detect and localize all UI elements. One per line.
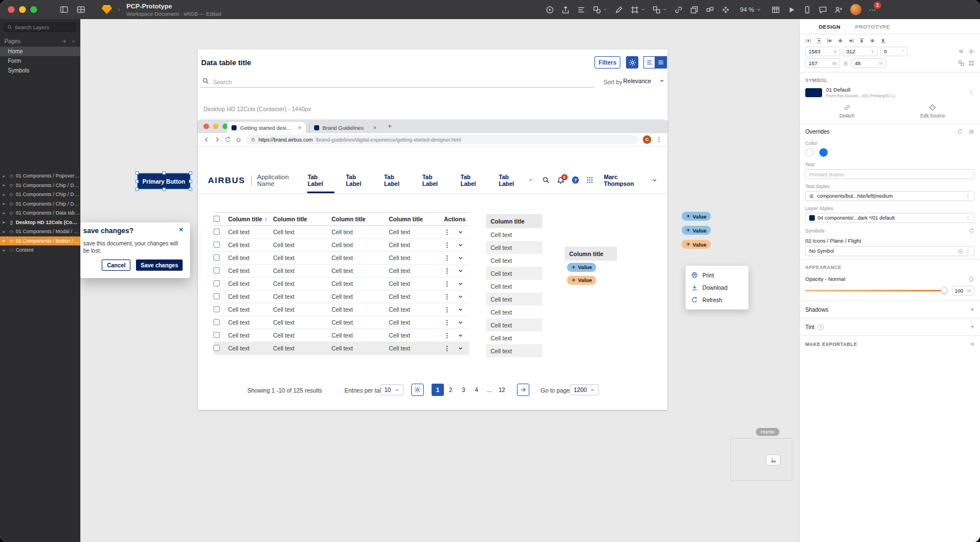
close-icon[interactable]: ×: [179, 225, 183, 234]
layer-item[interactable]: ▸◇01 Components / Data table /...: [0, 208, 80, 218]
toggle-sidebar-icon[interactable]: [60, 5, 69, 14]
sort-ascending-icon[interactable]: ↑: [265, 216, 267, 222]
chevron-down-icon[interactable]: [457, 229, 464, 235]
disclosure-icon[interactable]: ▸: [3, 248, 7, 253]
attach-button[interactable]: [706, 6, 714, 14]
nav-tab[interactable]: Tab Label: [384, 167, 411, 193]
layer-item[interactable]: ▸◇01 Components / Modal / Exa...: [0, 227, 80, 236]
dense-view-button[interactable]: [655, 56, 667, 69]
layer-item[interactable]: ▸◇01 Components / Button / Def...: [0, 236, 80, 246]
table-button[interactable]: [772, 6, 780, 14]
comment-button[interactable]: [819, 6, 827, 14]
disclosure-icon[interactable]: ▸: [3, 192, 7, 197]
table-settings-button[interactable]: [626, 56, 638, 69]
home-artboard-thumbnail[interactable]: [731, 438, 792, 481]
duplicate-button[interactable]: [690, 6, 698, 14]
apps-grid-icon[interactable]: [586, 176, 593, 184]
row-checkbox[interactable]: [214, 242, 220, 248]
edit-source-button[interactable]: Edit Source: [891, 104, 975, 119]
nav-tab[interactable]: Tab Label: [346, 167, 373, 193]
kebab-menu-icon[interactable]: ⋮: [444, 242, 450, 249]
help-icon[interactable]: ?: [572, 176, 579, 184]
browser-profile-avatar[interactable]: C: [643, 135, 651, 144]
reset-symbol-icon[interactable]: [969, 228, 974, 234]
next-page-button[interactable]: [517, 384, 529, 396]
page-button[interactable]: 1: [432, 384, 444, 396]
save-changes-button[interactable]: Save changes: [136, 259, 183, 271]
primary-button[interactable]: Primary Button: [138, 174, 190, 189]
layer-item[interactable]: ▸◇01 Components / Chip / Defau...: [0, 190, 80, 199]
draw-button[interactable]: [615, 6, 623, 14]
close-window-button[interactable]: [8, 6, 15, 13]
address-bar[interactable]: https://brand.airbus.com/brand-guideline…: [246, 135, 638, 144]
chevron-down-icon[interactable]: [457, 281, 464, 287]
browser-tab[interactable]: Brand Guidelines×: [309, 122, 381, 133]
nav-tab[interactable]: Tab Label: [499, 167, 533, 193]
nav-tab[interactable]: Tab Label: [422, 167, 449, 193]
align-button[interactable]: [869, 38, 875, 44]
go-to-page-select[interactable]: 1200: [570, 384, 599, 395]
zoom-window-button[interactable]: [30, 6, 37, 13]
selection-handle[interactable]: [189, 180, 192, 183]
invite-button[interactable]: [834, 6, 843, 14]
selection-handle[interactable]: [189, 171, 192, 175]
disclosure-icon[interactable]: ▸: [3, 238, 7, 243]
chevron-down-icon[interactable]: [457, 242, 464, 248]
row-checkbox[interactable]: [214, 293, 220, 299]
align-button[interactable]: [880, 38, 886, 44]
selection-handle[interactable]: [135, 188, 139, 191]
blend-mode-icon[interactable]: [968, 276, 974, 282]
selection-handle[interactable]: [162, 188, 166, 191]
reset-overrides-icon[interactable]: [957, 129, 963, 135]
device-button[interactable]: [803, 6, 811, 14]
height-input[interactable]: 48H: [851, 58, 886, 68]
arrange-button[interactable]: [652, 6, 667, 14]
disclosure-icon[interactable]: ▸: [3, 211, 7, 216]
new-tab-button[interactable]: +: [388, 122, 392, 130]
align-button[interactable]: [816, 38, 822, 44]
sort-select[interactable]: Relevance: [623, 78, 665, 84]
resize-constraint-icon[interactable]: [958, 60, 964, 66]
more-button[interactable]: ⋯1: [869, 6, 877, 14]
x-position-input[interactable]: 1583X: [805, 47, 840, 56]
cancel-button[interactable]: Cancel: [102, 259, 130, 271]
align-button[interactable]: [827, 38, 833, 44]
text-styles-select[interactable]: components/but...hite/left|medium: [805, 191, 974, 201]
layer-item[interactable]: ▸◇01 Components / Chip / Defau...: [0, 199, 80, 209]
page-button[interactable]: 12: [496, 384, 508, 396]
collapse-pages-icon[interactable]: [71, 39, 76, 44]
browser-menu-icon[interactable]: ⋮: [656, 136, 662, 143]
kebab-menu-icon[interactable]: ⋮: [444, 280, 450, 288]
chevron-right-icon[interactable]: [116, 7, 121, 12]
row-checkbox[interactable]: [214, 332, 220, 338]
search-input[interactable]: Search: [213, 79, 232, 85]
notifications-button[interactable]: 3: [557, 176, 565, 184]
sidebar-page-item[interactable]: Form: [0, 56, 80, 66]
home-icon[interactable]: [235, 136, 242, 143]
layer-item[interactable]: ▸◇01 Components / Chip / Defau...: [0, 181, 80, 190]
symbol-selector[interactable]: 01 Default From this Docum.../(01 Primar…: [800, 85, 980, 100]
text-override-input[interactable]: Primary Button: [805, 169, 974, 179]
add-export-button[interactable]: +: [970, 340, 974, 348]
detach-button[interactable]: Detach: [805, 104, 889, 119]
disclosure-icon[interactable]: ▸: [3, 220, 7, 225]
value-chip[interactable]: ✈Value: [682, 226, 711, 235]
add-shadow-button[interactable]: +: [970, 306, 974, 313]
reload-icon[interactable]: [225, 136, 231, 143]
layer-item[interactable]: ▸□Content: [0, 245, 80, 255]
browser-tab[interactable]: Getting started designer×: [227, 122, 306, 133]
row-checkbox[interactable]: [214, 345, 220, 351]
lock-aspect-icon[interactable]: [843, 61, 849, 66]
filters-button[interactable]: Filters: [595, 56, 620, 69]
align-button[interactable]: [859, 38, 865, 44]
row-checkbox[interactable]: [214, 280, 220, 286]
row-checkbox[interactable]: [214, 306, 220, 312]
menu-item[interactable]: Print: [686, 269, 748, 281]
width-input[interactable]: 157W: [805, 58, 840, 68]
kebab-menu-icon[interactable]: ⋮: [444, 293, 450, 300]
entries-per-table-select[interactable]: 10: [380, 384, 403, 395]
kebab-menu-icon[interactable]: ⋮: [444, 306, 450, 313]
selection-handle[interactable]: [135, 171, 139, 175]
tint-help-icon[interactable]: ?: [818, 324, 824, 330]
add-tint-button[interactable]: +: [970, 323, 974, 331]
